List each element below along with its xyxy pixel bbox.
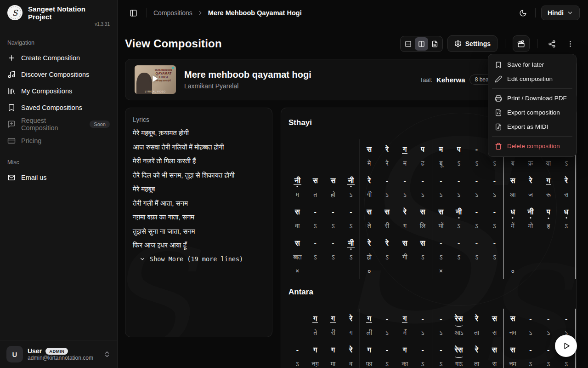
swara: - <box>475 239 479 247</box>
settings-button[interactable]: Settings <box>447 35 498 52</box>
theme-toggle-button[interactable] <box>516 6 530 20</box>
swara: स <box>419 208 426 216</box>
note-cell: - <box>486 239 503 247</box>
menu-item-save-for-later[interactable]: Save for later <box>491 58 573 72</box>
note-cell: स <box>306 177 324 185</box>
syllable: ऽ <box>475 253 478 261</box>
breadcrumb-compositions[interactable]: Compositions <box>153 9 192 17</box>
swara: स <box>330 177 337 185</box>
syllable: नम <box>509 360 516 368</box>
syllable: यों <box>438 222 443 230</box>
swara: - <box>457 177 461 185</box>
play-icon <box>562 342 571 350</box>
note-cell: - <box>378 177 396 185</box>
video-mode-button[interactable] <box>513 35 530 52</box>
sidebar-item-saved-compositions[interactable]: Saved Compositions <box>0 99 117 116</box>
file-music-icon <box>495 123 502 131</box>
note-cell: नी <box>522 208 540 217</box>
sidebar-item-create-composition[interactable]: Create Composition <box>0 50 117 66</box>
swara: स <box>491 315 498 323</box>
view-document-button[interactable] <box>428 37 441 51</box>
menu-item-delete-composition[interactable]: Delete composition <box>491 139 573 153</box>
vibhag-column: गगरेतेरीग-गगरेऽनग़माव <box>288 309 360 368</box>
lyric-cell: हो <box>360 253 378 261</box>
note-cell: रेस <box>450 315 468 323</box>
menu-item-export-as-midi[interactable]: Export as MIDI <box>491 120 573 134</box>
lyric-cell: स <box>486 328 503 337</box>
lyric-cell: ऽ <box>342 222 360 230</box>
swara: - <box>313 208 317 216</box>
note-cell: रे <box>557 177 575 185</box>
show-more-button[interactable]: Show More (19 more lines) <box>139 255 243 263</box>
play-composition-button[interactable] <box>555 335 577 357</box>
user-menu[interactable]: U User ADMIN admin@kirtannotation.com <box>0 340 117 368</box>
syllable: ऽ <box>493 191 496 198</box>
notation-grid: गगरेतेरीग-गगरेऽनग़मावग-ग-लीऽमैंऽग-ग-फ़ाऽ… <box>288 309 576 368</box>
taal-value: Keherwa <box>436 76 465 84</box>
syllable: ऽ <box>350 253 352 261</box>
user-email: admin@kirtannotation.com <box>28 355 99 361</box>
syllable: ऽ <box>547 329 550 336</box>
lyric-cell: गी <box>396 253 414 261</box>
view-rows-button[interactable] <box>401 37 415 51</box>
menu-item-print-download-pdf[interactable]: Print / Download PDF <box>491 91 573 105</box>
lyric-cell: ऽ <box>468 190 486 199</box>
app-root: S Sangeet Notation Project v1.3.31 Navig… <box>0 0 588 368</box>
composition-title: Mere mehboob qayamat hogi <box>184 69 311 80</box>
syllable: हो <box>331 191 335 198</box>
video-thumbnail[interactable]: MERE MEHBOOB QAYAMAT HOGI मेरे महबूब क़य… <box>135 65 176 94</box>
note-cell: रे <box>360 239 378 247</box>
note-cell: ध <box>504 208 522 217</box>
sidebar-item-discover-compositions[interactable]: Discover Compositions <box>0 66 117 83</box>
divider <box>505 39 505 48</box>
note-cell: प <box>539 208 557 216</box>
note-cell: रे <box>378 239 396 247</box>
measure: ससरेसतेरीगलि <box>360 205 431 232</box>
lyric-cell: ऽ <box>468 159 486 167</box>
swara: ग <box>402 346 407 355</box>
menu-item-edit-composition[interactable]: Edit composition <box>491 72 573 86</box>
menu-item-export-composition[interactable]: Export composition <box>491 105 573 120</box>
lyric-cell: ऽ <box>378 360 396 368</box>
swara: रेस <box>454 315 464 323</box>
lyric-row: बक़याऽ <box>504 157 575 170</box>
sidebar-item-request-composition: Request CompositionSoon <box>0 116 117 132</box>
lyric-row: ऽगाऽतास <box>432 357 503 368</box>
lyric-cell: मा <box>324 360 342 368</box>
syllable: ऽ <box>385 253 388 261</box>
note-cell: ग <box>324 346 342 355</box>
syllable: म <box>296 191 299 198</box>
view-columns-button[interactable] <box>415 37 428 51</box>
lyric-line: मेरे महबूब <box>133 185 265 193</box>
note-cell: रेस <box>450 346 468 354</box>
lyric-cell: ऽ <box>324 253 342 261</box>
lyric-row: तेरीगलि <box>360 219 431 232</box>
sidebar-item-email-us[interactable]: Email us <box>0 169 117 186</box>
language-select[interactable]: Hindi <box>541 6 580 20</box>
beat-marker <box>396 267 414 279</box>
share-button[interactable] <box>545 37 559 51</box>
note-cell: स <box>324 177 342 185</box>
breadcrumb: Compositions Mere Mehboob Qayamat Hogi <box>153 9 302 17</box>
more-actions-button[interactable] <box>563 37 577 51</box>
sidebar-toggle-button[interactable] <box>126 6 140 20</box>
syllable: म <box>403 160 407 167</box>
lyric-cell: का <box>396 360 414 368</box>
syllable: ऽ <box>565 160 567 167</box>
lyric-line: तेरी गली मैं आता, सनम <box>133 199 265 207</box>
lyric-cell: ऽ <box>324 222 342 230</box>
beat-marker <box>378 267 396 279</box>
syllable: गाऽ <box>455 360 463 368</box>
menu-item-label: Export composition <box>507 109 560 116</box>
swara: म <box>438 145 444 154</box>
lyric-cell: ऽ <box>450 253 468 261</box>
lyric-cell: ऽ <box>450 190 468 199</box>
sidebar-item-my-compositions[interactable]: My Compositions <box>0 83 117 99</box>
swara: रे <box>367 177 372 185</box>
beat-marker <box>342 267 360 279</box>
note-cell: ग <box>360 346 378 355</box>
note-cell: प <box>450 145 468 154</box>
swara: ध <box>509 208 516 217</box>
lyric-cell: नम <box>504 328 522 337</box>
note-row: ग-ग- <box>360 311 431 326</box>
